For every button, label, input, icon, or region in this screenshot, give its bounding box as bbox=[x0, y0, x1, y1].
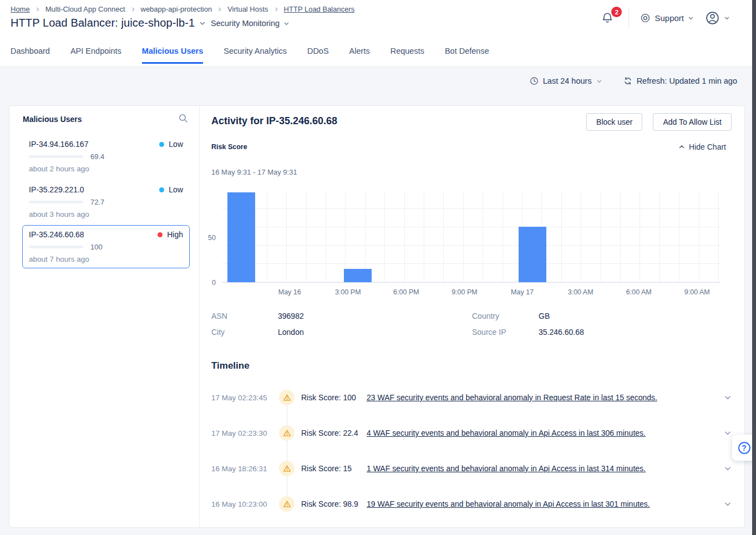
timeline-event: 17 May 02:23:45 Risk Score: 100 23 WAF s… bbox=[211, 380, 732, 415]
tab-dashboard[interactable]: Dashboard bbox=[11, 47, 50, 64]
expand-event-chevron[interactable] bbox=[724, 394, 732, 401]
last-seen: about 7 hours ago bbox=[29, 255, 183, 263]
block-user-button[interactable]: Block user bbox=[586, 113, 642, 131]
x-axis-tick: May 16 bbox=[278, 288, 301, 296]
chevron-right-icon bbox=[217, 7, 222, 12]
asn-value: 396982 bbox=[278, 312, 304, 320]
chevron-right-icon bbox=[35, 7, 40, 12]
breadcrumb-item[interactable]: webapp-api-protection bbox=[141, 5, 212, 13]
event-timestamp: 17 May 02:23:45 bbox=[211, 394, 279, 402]
security-monitoring-selector[interactable]: Security Monitoring bbox=[211, 19, 290, 28]
warning-icon bbox=[279, 425, 295, 441]
event-timestamp: 16 May 18:26:31 bbox=[211, 465, 279, 473]
event-risk-score: Risk Score: 15 bbox=[301, 464, 367, 473]
risk-chart-plot: 50 0 May 163:00 PM6:00 PM9:00 PMMay 173:… bbox=[222, 192, 721, 283]
header-divider bbox=[628, 8, 629, 28]
breadcrumb-home[interactable]: Home bbox=[11, 5, 30, 13]
timeline-event: 17 May 02:23:30 Risk Score: 22.4 4 WAF s… bbox=[211, 415, 732, 451]
event-risk-score: Risk Score: 100 bbox=[301, 393, 367, 402]
notifications-button[interactable]: 2 bbox=[597, 9, 617, 27]
breadcrumb-item[interactable]: Virtual Hosts bbox=[227, 5, 268, 13]
tab-malicious-users[interactable]: Malicious Users bbox=[142, 47, 203, 64]
risk-level-label: Low bbox=[169, 140, 183, 149]
risk-level-dot bbox=[158, 232, 163, 237]
y-axis-tick-0: 0 bbox=[212, 279, 216, 287]
expand-event-chevron[interactable] bbox=[724, 429, 732, 437]
risk-score-bar bbox=[29, 246, 83, 248]
event-description-link[interactable]: 1 WAF security events and behavioral ano… bbox=[367, 464, 646, 473]
risk-score-bar bbox=[29, 155, 83, 158]
risk-score-value: 100 bbox=[90, 243, 103, 251]
support-menu[interactable]: Support bbox=[640, 13, 694, 23]
event-risk-score: Risk Score: 98.9 bbox=[301, 500, 367, 508]
x-axis-tick: May 17 bbox=[511, 288, 534, 296]
timeline-event: 16 May 18:26:31 Risk Score: 15 1 WAF sec… bbox=[211, 451, 732, 486]
time-range-selector[interactable]: Last 24 hours bbox=[530, 77, 602, 85]
tab-alerts[interactable]: Alerts bbox=[349, 47, 370, 64]
breadcrumb-http-load-balancers[interactable]: HTTP Load Balancers bbox=[284, 5, 355, 13]
page-scrollbar[interactable] bbox=[752, 0, 756, 535]
user-ip: IP-34.94.166.167 bbox=[29, 140, 88, 149]
hide-chart-toggle[interactable]: Hide Chart bbox=[678, 142, 726, 151]
risk-chart-bar bbox=[227, 192, 255, 282]
risk-chart-bar bbox=[519, 227, 546, 282]
hide-chart-label: Hide Chart bbox=[689, 142, 726, 151]
clock-icon bbox=[530, 77, 539, 85]
timeline-event: 16 May 10:23:00 Risk Score: 98.9 19 WAF … bbox=[211, 486, 732, 522]
last-seen: about 3 hours ago bbox=[29, 210, 183, 218]
tab-security-analytics[interactable]: Security Analytics bbox=[224, 47, 287, 64]
event-description-link[interactable]: 19 WAF security events and behavioral an… bbox=[367, 500, 650, 508]
expand-event-chevron[interactable] bbox=[724, 500, 732, 508]
expand-event-chevron[interactable] bbox=[724, 465, 732, 472]
risk-level-label: Low bbox=[169, 185, 183, 194]
risk-score-section-label: Risk Score bbox=[211, 143, 247, 151]
risk-level-dot bbox=[159, 187, 164, 192]
country-value: GB bbox=[539, 312, 550, 320]
add-to-allow-list-button[interactable]: Add To Allow List bbox=[653, 113, 732, 131]
event-description-link[interactable]: 4 WAF security events and behavioral ano… bbox=[367, 429, 646, 437]
tab-requests[interactable]: Requests bbox=[390, 47, 424, 64]
top-header: Home Multi-Cloud App Connect webapp-api-… bbox=[0, 0, 752, 67]
malicious-user-item-selected[interactable]: IP-35.246.60.68 High 100 about 7 hours a… bbox=[22, 225, 190, 268]
malicious-user-item[interactable]: IP-34.94.166.167 Low 69.4 about 2 hours … bbox=[22, 135, 190, 178]
breadcrumb-item[interactable]: Multi-Cloud App Connect bbox=[45, 5, 125, 13]
tab-api-endpoints[interactable]: API Endpoints bbox=[70, 47, 121, 64]
chevron-down-icon bbox=[283, 21, 290, 27]
refresh-button[interactable]: Refresh: Updated 1 min ago bbox=[623, 77, 737, 85]
chevron-up-icon bbox=[678, 144, 685, 150]
activity-title: Activity for IP-35.246.60.68 bbox=[211, 115, 337, 127]
risk-score-value: 72.7 bbox=[90, 198, 104, 206]
asn-label: ASN bbox=[211, 312, 227, 320]
page-title-row[interactable]: HTTP Load Balancer: juice-shop-lb-1 bbox=[11, 17, 206, 29]
event-timestamp: 16 May 10:23:00 bbox=[211, 500, 279, 508]
malicious-user-item[interactable]: IP-35.229.221.0 Low 72.7 about 3 hours a… bbox=[22, 180, 190, 223]
malicious-users-panel: Malicious Users IP-34.94.166.167 Low 69.… bbox=[9, 106, 200, 527]
x-axis-tick: 6:00 PM bbox=[393, 288, 419, 296]
tab-bar: Dashboard API Endpoints Malicious Users … bbox=[11, 47, 489, 64]
notification-badge: 2 bbox=[611, 7, 622, 17]
y-axis-tick-50: 50 bbox=[208, 234, 216, 242]
event-description-link[interactable]: 23 WAF security events and behavioral an… bbox=[367, 393, 657, 402]
tab-bot-defense[interactable]: Bot Defense bbox=[445, 47, 489, 64]
user-menu[interactable] bbox=[705, 11, 730, 26]
warning-icon bbox=[279, 496, 295, 512]
tab-ddos[interactable]: DDoS bbox=[307, 47, 329, 64]
warning-icon bbox=[279, 461, 295, 476]
risk-score-value: 69.4 bbox=[90, 152, 104, 161]
malicious-users-panel-title: Malicious Users bbox=[23, 115, 82, 124]
chevron-right-icon bbox=[273, 7, 279, 12]
x-axis-tick: 9:00 AM bbox=[684, 288, 710, 296]
city-value: London bbox=[278, 328, 304, 337]
search-icon[interactable] bbox=[178, 113, 188, 123]
x-axis-tick: 6:00 AM bbox=[626, 288, 652, 296]
time-toolbar: Last 24 hours Refresh: Updated 1 min ago bbox=[530, 77, 737, 85]
user-ip: IP-35.246.60.68 bbox=[29, 230, 84, 239]
user-ip: IP-35.229.221.0 bbox=[29, 185, 84, 194]
event-timestamp: 17 May 02:23:30 bbox=[211, 429, 279, 437]
risk-level-label: High bbox=[167, 230, 183, 239]
security-monitoring-label: Security Monitoring bbox=[211, 19, 280, 28]
breadcrumb: Home Multi-Cloud App Connect webapp-api-… bbox=[11, 5, 354, 13]
x-axis-tick: 9:00 PM bbox=[451, 288, 478, 296]
risk-level-dot bbox=[159, 142, 164, 147]
x-axis-tick: 3:00 PM bbox=[335, 288, 361, 296]
